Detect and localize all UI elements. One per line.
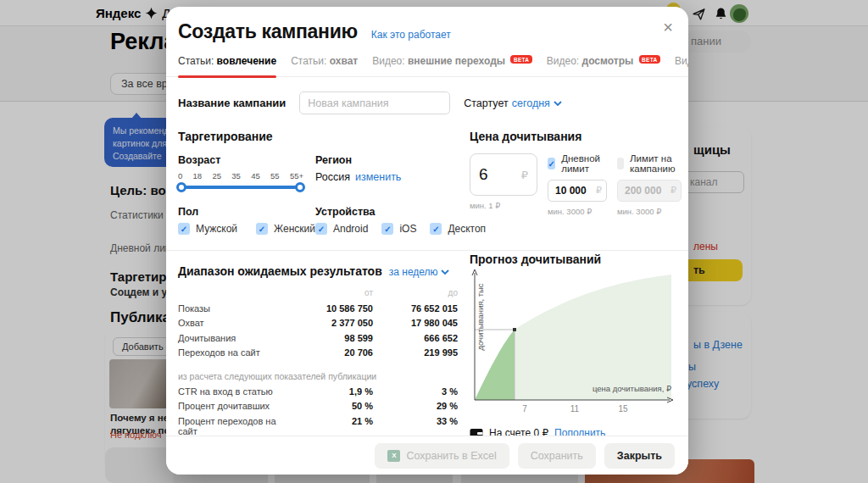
- beta-badge: BETA: [510, 55, 531, 64]
- checkbox-android[interactable]: ✓ Android: [315, 223, 368, 235]
- checkbox-daily-limit[interactable]: ✓ Дневной лимит: [548, 153, 607, 174]
- checkbox-checked-icon: ✓: [256, 223, 268, 235]
- table-row: Охват2 377 05017 980 045: [178, 318, 458, 333]
- campaign-min-caption: мин. 3000 ₽: [617, 207, 682, 216]
- forecast-chart: дочитывания, тыс цена дочитывания, ₽ 7 1…: [470, 266, 676, 420]
- targeting-heading: Таргетирование: [178, 130, 458, 143]
- checkbox-unchecked-icon: [617, 158, 624, 169]
- ruble-sign: ₽: [521, 169, 528, 181]
- checkbox-checked-icon: ✓: [381, 223, 393, 235]
- beta-badge: BETA: [639, 55, 660, 64]
- price-section: Цена дочитывания 6 ₽ мин. 1 ₽ ✓ Дневной …: [470, 130, 676, 235]
- slider-handle-max[interactable]: [295, 182, 305, 192]
- modal-title: Создать кампанию: [178, 20, 358, 43]
- chart-xlabel: цена дочитывания, ₽: [593, 384, 671, 393]
- tab-video-external[interactable]: Видео: внешние переходы BETA: [372, 55, 532, 67]
- region-change-link[interactable]: изменить: [355, 171, 401, 183]
- table-header-row: от до: [178, 288, 458, 303]
- checkbox-checked-icon: ✓: [315, 223, 327, 235]
- price-min-caption: мин. 1 ₽: [470, 201, 537, 210]
- daily-min-caption: мин. 3000 ₽: [548, 207, 607, 216]
- save-button[interactable]: Сохранить: [518, 443, 596, 469]
- start-date-link[interactable]: сегодня: [512, 97, 550, 109]
- checkbox-female[interactable]: ✓ Женский: [256, 223, 315, 235]
- age-range-slider[interactable]: [178, 182, 303, 192]
- save-excel-button[interactable]: X Сохранить в Excel: [375, 443, 509, 469]
- checkbox-checked-icon: ✓: [548, 158, 555, 169]
- table-note: из расчета следующих показателей публика…: [178, 371, 458, 381]
- region-label: Регион: [315, 154, 486, 166]
- chart-xtick: 7: [522, 404, 527, 414]
- targeting-section: Таргетирование Возраст 0 18 25 35 45 55 …: [178, 130, 458, 235]
- start-label: Стартует: [464, 97, 508, 109]
- campaign-type-tabs: Статьи: вовлечение Статьи: охват Видео: …: [166, 55, 688, 77]
- table-row: Показы10 586 75076 652 015: [178, 303, 458, 319]
- table-row: CTR на вход в статью1,9 %3 %: [178, 386, 458, 402]
- slider-track: [178, 186, 303, 189]
- period-link[interactable]: за неделю: [389, 266, 438, 278]
- close-button[interactable]: Закрыть: [604, 443, 675, 469]
- create-campaign-modal: × Создать кампанию Как это работает Стат…: [166, 7, 688, 475]
- chart-xtick: 15: [618, 404, 628, 414]
- ruble-sign: ₽: [596, 185, 602, 196]
- forecast-heading: Прогноз дочитываний: [470, 253, 676, 266]
- tab-articles-reach[interactable]: Статьи: охват: [291, 55, 358, 67]
- gender-label: Пол: [178, 206, 305, 218]
- table-row: Процент дочитавших50 %29 %: [178, 401, 458, 416]
- results-heading: Диапазон ожидаемых результатов: [178, 264, 382, 278]
- price-heading: Цена дочитывания: [470, 130, 676, 143]
- ruble-sign: ₽: [670, 185, 676, 196]
- excel-icon: X: [387, 450, 400, 462]
- tab-video-views[interactable]: Видео: досмотры BETA: [547, 55, 660, 67]
- campaign-name-input[interactable]: [299, 92, 450, 114]
- chart-xtick: 11: [570, 404, 580, 414]
- table-row: Процент переходов на сайт21 %33 %: [178, 416, 458, 431]
- close-icon[interactable]: ×: [663, 19, 673, 36]
- slider-handle-min[interactable]: [176, 182, 186, 192]
- age-tick-labels: 0 18 25 35 45 55 55+: [178, 171, 303, 180]
- how-it-works-link[interactable]: Как это работает: [371, 29, 451, 41]
- checkbox-checked-icon: ✓: [430, 223, 442, 235]
- checkbox-ios[interactable]: ✓ iOS: [381, 223, 416, 235]
- age-label: Возраст: [178, 154, 305, 166]
- tab-articles-engagement[interactable]: Статьи: вовлечение: [178, 55, 276, 67]
- devices-label: Устройства: [315, 206, 486, 218]
- read-price-input[interactable]: 6 ₽: [470, 153, 537, 196]
- tab-video-reach[interactable]: Видео: охват BETA: [675, 55, 688, 67]
- checkbox-male[interactable]: ✓ Мужской: [178, 223, 237, 235]
- table-row: Переходов на сайт20 706219 995: [178, 347, 458, 363]
- chevron-down-icon[interactable]: [554, 101, 562, 106]
- region-value: Россия: [315, 171, 350, 183]
- campaign-name-label: Название кампании: [178, 97, 286, 109]
- checkbox-campaign-limit[interactable]: Лимит на кампанию: [617, 153, 682, 174]
- checkbox-checked-icon: ✓: [178, 223, 190, 235]
- chevron-down-icon[interactable]: [441, 269, 449, 275]
- table-row: Дочитывания98 599666 652: [178, 333, 458, 348]
- modal-footer: X Сохранить в Excel Сохранить Закрыть: [166, 436, 688, 475]
- chart-ylabel: дочитывания, тыс: [476, 283, 485, 350]
